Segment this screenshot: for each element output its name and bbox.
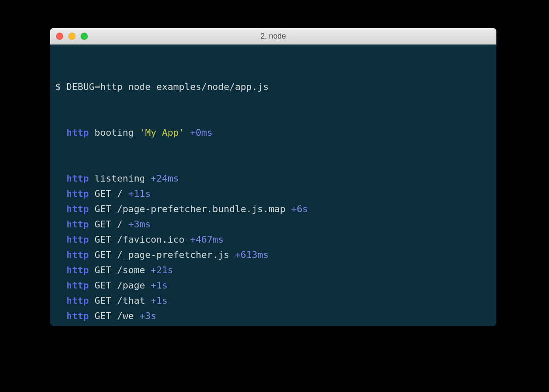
log-line: http listening +24ms bbox=[55, 171, 491, 186]
log-tag: http bbox=[66, 173, 89, 184]
log-timing: +24ms bbox=[151, 173, 179, 184]
log-tag: http bbox=[66, 249, 89, 260]
log-string: 'My App' bbox=[140, 127, 185, 138]
close-icon[interactable] bbox=[56, 33, 63, 40]
log-line: http GET / +11s bbox=[55, 186, 491, 202]
log-msg: GET /that bbox=[95, 295, 151, 306]
log-line: http GET /page +1s bbox=[55, 278, 491, 293]
log-msg: GET /some bbox=[95, 265, 151, 275]
log-msg: booting bbox=[95, 127, 140, 138]
terminal-window: 2. node $ DEBUG=http node examples/node/… bbox=[50, 28, 496, 326]
log-tag: http bbox=[66, 295, 89, 306]
zoom-icon[interactable] bbox=[81, 33, 88, 40]
window-title: 2. node bbox=[50, 32, 496, 41]
titlebar: 2. node bbox=[50, 28, 496, 45]
log-tag: http bbox=[66, 204, 89, 214]
log-line: http GET /_page-prefetcher.js +613ms bbox=[55, 247, 491, 263]
log-msg: GET /_page-prefetcher.js bbox=[95, 249, 235, 260]
log-timing: +3s bbox=[140, 311, 157, 321]
log-line-boot: http booting 'My App' +0ms bbox=[55, 125, 491, 140]
minimize-icon[interactable] bbox=[68, 33, 76, 40]
log-tag: http bbox=[66, 234, 89, 245]
log-timing: +0ms bbox=[190, 127, 213, 138]
log-msg: listening bbox=[95, 173, 151, 184]
log-timing: +1s bbox=[151, 295, 168, 306]
command-text: DEBUG=http node examples/node/app.js bbox=[67, 81, 269, 92]
log-line: http GET /we +3s bbox=[55, 308, 491, 324]
log-line: http GET /favicon.ico +467ms bbox=[55, 232, 491, 247]
log-msg: GET / bbox=[95, 188, 128, 199]
log-tag: http bbox=[66, 265, 89, 275]
traffic-lights bbox=[56, 33, 88, 40]
log-msg: GET / bbox=[95, 219, 128, 230]
log-line: http GET /that +1s bbox=[55, 293, 491, 308]
log-msg: GET /favicon.ico bbox=[95, 234, 190, 245]
log-tag: http bbox=[66, 280, 89, 291]
prompt-line: $ DEBUG=http node examples/node/app.js bbox=[55, 79, 491, 95]
log-tag: http bbox=[66, 311, 89, 321]
log-timing: +6s bbox=[291, 204, 308, 214]
log-tag: http bbox=[66, 219, 89, 230]
log-timing: +3ms bbox=[128, 219, 151, 230]
log-timing: +467ms bbox=[190, 234, 224, 245]
prompt-symbol: $ bbox=[55, 81, 61, 92]
log-tag: http bbox=[66, 127, 89, 138]
log-msg: GET /we bbox=[95, 311, 140, 321]
log-msg: GET /page-prefetcher.bundle.js.map bbox=[95, 204, 291, 214]
log-line: http GET /want +1s bbox=[55, 324, 491, 326]
log-line: http GET / +3ms bbox=[55, 217, 491, 232]
log-line: http GET /page-prefetcher.bundle.js.map … bbox=[55, 202, 491, 217]
log-timing: +21s bbox=[151, 265, 173, 275]
log-msg: GET /page bbox=[95, 280, 151, 291]
log-timing: +613ms bbox=[235, 249, 269, 260]
log-timing: +1s bbox=[151, 280, 168, 291]
terminal-body[interactable]: $ DEBUG=http node examples/node/app.js h… bbox=[50, 45, 496, 326]
log-line: http GET /some +21s bbox=[55, 263, 491, 278]
log-tag: http bbox=[66, 188, 89, 199]
log-timing: +11s bbox=[128, 188, 151, 199]
